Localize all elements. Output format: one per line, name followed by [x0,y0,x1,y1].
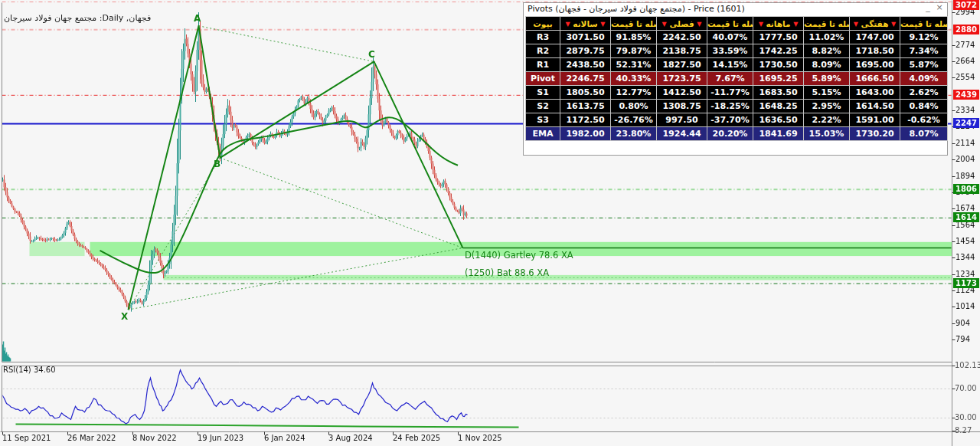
pivot-row-label: R1 [526,58,560,72]
pivot-value-cell: 15.03% [804,127,850,141]
pivot-value-cell: 1924.44 [657,127,707,141]
pivot-value-cell: 1695.25 [753,72,804,86]
pivot-value-cell: 8.09% [804,58,850,72]
pivot-value-cell: 1723.75 [657,72,707,86]
pivot-value-cell: 5.87% [900,58,948,72]
pivot-value-cell: 2438.50 [560,58,611,72]
trading-terminal-window: فجهان, Daily: مجتمع جهان فولاد سيرجان RS… [0,0,980,446]
pivot-value-cell: 33.59% [707,44,753,58]
pivot-row-label: R2 [526,44,560,58]
date-label: 19 Jun 2023 [198,434,243,442]
pivot-value-cell: 23.80% [611,127,657,141]
price-tick-label: 2774 [956,41,975,49]
pivot-row-label: S3 [526,113,560,127]
pivot-row-label: S1 [526,86,560,100]
price-level-badge: 2439 [953,90,979,100]
rsi-scale-label: 30.00 [955,413,977,421]
pivot-value-cell: 2138.75 [657,44,707,58]
pivot-value-cell: 0.80% [611,100,657,113]
pivot-column-header[interactable]: ▼ هفتگی ▼ [850,17,900,31]
date-label: 8 Nov 2022 [132,434,177,442]
pivot-value-cell: 1666.50 [850,72,900,86]
pivot-value-cell: 1648.25 [753,100,804,113]
pivot-value-cell: 1643.00 [850,86,900,100]
close-icon[interactable]: × [935,3,944,14]
price-tick-label: 2004 [956,155,975,163]
pivot-value-cell: 1777.50 [753,31,804,44]
sort-triangle-icon: ▼ [793,21,798,28]
pivot-value-cell: 1730.50 [753,58,804,72]
pivot-value-cell: 11.02% [804,31,850,44]
date-label: 6 Jan 2024 [264,434,305,442]
pivot-value-cell: 14.15% [707,58,753,72]
pivot-value-cell: 1982.00 [560,127,611,141]
price-tick-label: 2334 [956,106,975,114]
rsi-scale-label: 70.00 [955,384,977,392]
pivot-value-cell: 997.50 [657,113,707,127]
price-tick-label: 904 [956,319,970,327]
pivot-value-cell: 1591.00 [850,113,900,127]
pivot-value-cell: 7.34% [900,44,948,58]
pivot-table-row: S11805.5012.77%1412.50-11.77%1683.505.15… [526,86,948,100]
pivot-value-cell: 1718.50 [850,44,900,58]
pivot-value-cell: -0.62% [900,113,948,127]
pivot-table-row: R22879.7579.87%2138.7533.59%1742.258.82%… [526,44,948,58]
pivot-value-cell: 2.95% [804,100,850,113]
price-level-badge: 3072 [953,0,979,10]
price-tick-label: 1014 [956,302,975,310]
pivot-column-label: سالانه [570,19,601,28]
pattern-point-label-b: B [214,159,220,169]
pivot-column-header[interactable]: ▼ ماهانه ▼ [753,17,804,31]
pivot-row-label: S2 [526,100,560,113]
pivot-value-cell: 2242.50 [657,31,707,44]
pivot-row-label: Pivot [526,72,560,86]
pivot-value-cell: 3071.50 [560,31,611,44]
price-tick-label: 1894 [956,172,975,180]
sort-triangle-icon: ▼ [697,21,701,28]
chart-symbol-title: فجهان, Daily: مجتمع جهان فولاد سيرجان [4,13,151,23]
rsi-indicator-label: RSI(14) 34.60 [3,366,56,374]
pivot-value-cell: 1695.00 [850,58,900,72]
harmonic-target-label: D(1440) Gartley 78.6 XA [465,250,573,261]
pivot-value-cell: 1841.69 [753,127,804,141]
pivot-table-row: S21613.750.80%1308.75-18.25%1648.252.95%… [526,100,948,113]
minimize-icon[interactable]: _ [923,3,933,14]
pivot-value-cell: 52.31% [611,58,657,72]
pivot-value-cell: 8.07% [900,127,948,141]
sort-triangle-icon: ▼ [600,21,605,28]
pivot-column-header[interactable]: ▼ سالانه ▼ [560,17,611,31]
pivot-value-cell: -26.76% [611,113,657,127]
date-label: 1 Nov 2025 [458,434,502,442]
price-tick-label: 1674 [956,204,975,212]
pivot-value-cell: 2246.75 [560,72,611,86]
pivot-value-cell: -37.70% [707,113,753,127]
pivot-row-label: R3 [526,31,560,44]
price-tick-label: 1344 [956,253,975,261]
pivot-value-cell: 5.89% [804,72,850,86]
price-tick-label: 794 [956,335,970,343]
pivots-panel-titlebar[interactable]: Pivots (مجتمع جهان فولاد سيرجان - فجهان)… [524,3,947,15]
pivot-table-row: S31172.50-26.76%997.50-37.70%1636.502.22… [526,113,948,127]
date-label: 3 Aug 2024 [328,434,373,442]
pivot-value-cell: 1172.50 [560,113,611,127]
price-level-badge: 1614 [953,212,979,222]
price-tick-label: 1454 [956,237,975,245]
pivot-value-cell: 79.87% [611,44,657,58]
price-tick-label: 2664 [956,57,975,65]
pivot-column-header: فاصله تا قیمت [611,17,657,31]
pivot-value-cell: 5.15% [804,86,850,100]
pivot-value-cell: 1683.50 [753,86,804,100]
price-level-badge: 2247 [953,118,979,128]
pivot-column-header: فاصله تا قیمت [804,17,850,31]
pivot-column-label: فصلی [667,19,697,28]
pivot-column-header: فاصله تا قیمت [900,17,948,31]
pivots-table: بیوت▼ سالانه ▼فاصله تا قیمت▼ فصلی ▼فاصله… [525,16,948,141]
pivot-value-cell: 40.07% [707,31,753,44]
pivot-column-label: ماهانه [763,19,793,28]
date-label: 11 Sep 2021 [2,434,51,442]
pivot-column-header[interactable]: ▼ فصلی ▼ [657,17,707,31]
price-tick-label: 2554 [956,73,975,81]
pattern-point-label-a: A [194,13,201,24]
harmonic-target-label: (1250) Bat 88.6 XA [465,267,549,278]
sort-triangle-icon: ▼ [891,21,896,28]
